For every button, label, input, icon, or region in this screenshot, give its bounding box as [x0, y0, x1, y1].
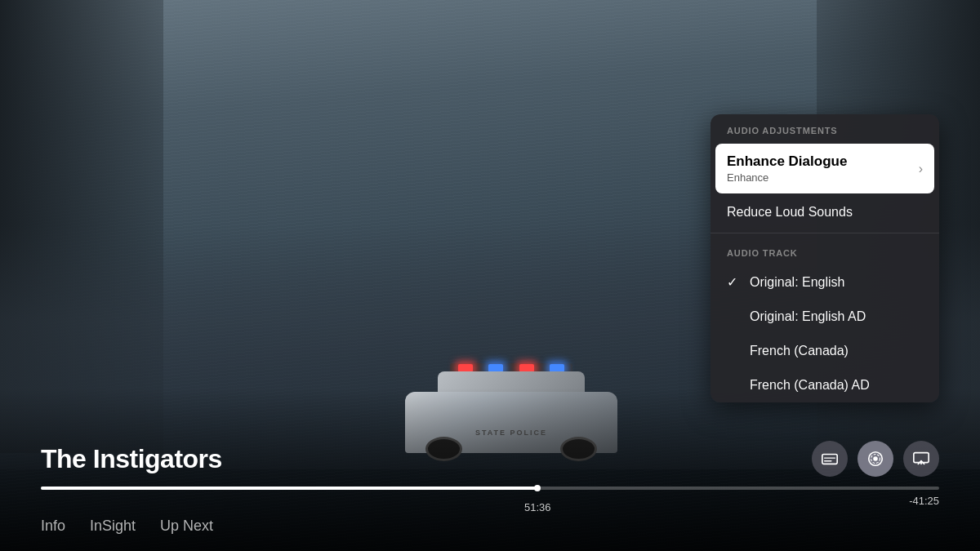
title-row: The Instigators — [41, 441, 939, 477]
movie-title: The Instigators — [41, 444, 222, 474]
french-canada-title: French (Canada) — [750, 344, 923, 358]
original-english-ad-content: Original: English AD — [750, 309, 923, 324]
audio-track-french-canada[interactable]: French (Canada) — [710, 334, 939, 368]
french-canada-ad-content: French (Canada) AD — [750, 378, 923, 393]
audio-track-button[interactable] — [858, 441, 893, 477]
progress-bar-container[interactable] — [41, 487, 939, 490]
airplay-button[interactable] — [903, 441, 939, 477]
airplay-icon — [912, 450, 930, 468]
subtitles-icon — [821, 450, 839, 468]
enhance-dialogue-chevron: › — [919, 162, 923, 176]
subtitles-button[interactable] — [812, 441, 848, 477]
tab-info[interactable]: Info — [41, 518, 65, 535]
remaining-time: -41:25 — [909, 495, 939, 507]
audio-dropdown-menu: AUDIO ADJUSTMENTS Enhance Dialogue Enhan… — [710, 114, 939, 402]
control-buttons — [812, 441, 939, 477]
tab-insight[interactable]: InSight — [90, 518, 136, 535]
current-time: 51:36 — [524, 501, 551, 513]
check-original-english: ✓ — [727, 274, 743, 290]
progress-fill — [41, 487, 537, 490]
audio-track-original-english[interactable]: ✓ Original: English — [710, 264, 939, 300]
enhance-dialogue-title: Enhance Dialogue — [727, 153, 912, 170]
enhance-dialogue-content: Enhance Dialogue Enhance — [727, 153, 912, 184]
audio-track-icon — [866, 450, 884, 468]
svg-point-4 — [873, 456, 878, 461]
audio-track-header: AUDIO TRACK — [710, 237, 939, 264]
bottom-controls: The Instigators — [0, 441, 980, 551]
french-canada-ad-title: French (Canada) AD — [750, 378, 923, 393]
tab-up-next[interactable]: Up Next — [160, 518, 213, 535]
original-english-content: Original: English — [750, 275, 923, 290]
progress-dot — [534, 485, 541, 491]
audio-track-french-canada-ad[interactable]: French (Canada) AD — [710, 368, 939, 402]
enhance-dialogue-subtitle: Enhance — [727, 171, 912, 184]
french-canada-content: French (Canada) — [750, 344, 923, 358]
reduce-loud-sounds-content: Reduce Loud Sounds — [727, 205, 923, 220]
menu-divider-1 — [710, 233, 939, 233]
original-english-title: Original: English — [750, 275, 923, 290]
enhance-dialogue-item[interactable]: Enhance Dialogue Enhance › — [715, 144, 934, 193]
original-english-ad-title: Original: English AD — [750, 309, 923, 324]
svg-rect-0 — [822, 455, 837, 464]
audio-adjustments-header: AUDIO ADJUSTMENTS — [710, 114, 939, 142]
reduce-loud-sounds-title: Reduce Loud Sounds — [727, 205, 923, 220]
nav-tabs: Info InSight Up Next — [41, 518, 939, 535]
time-labels-row: 51:36 -41:25 — [41, 495, 939, 511]
audio-track-original-english-ad[interactable]: Original: English AD — [710, 300, 939, 334]
reduce-loud-sounds-item[interactable]: Reduce Loud Sounds — [710, 195, 939, 229]
